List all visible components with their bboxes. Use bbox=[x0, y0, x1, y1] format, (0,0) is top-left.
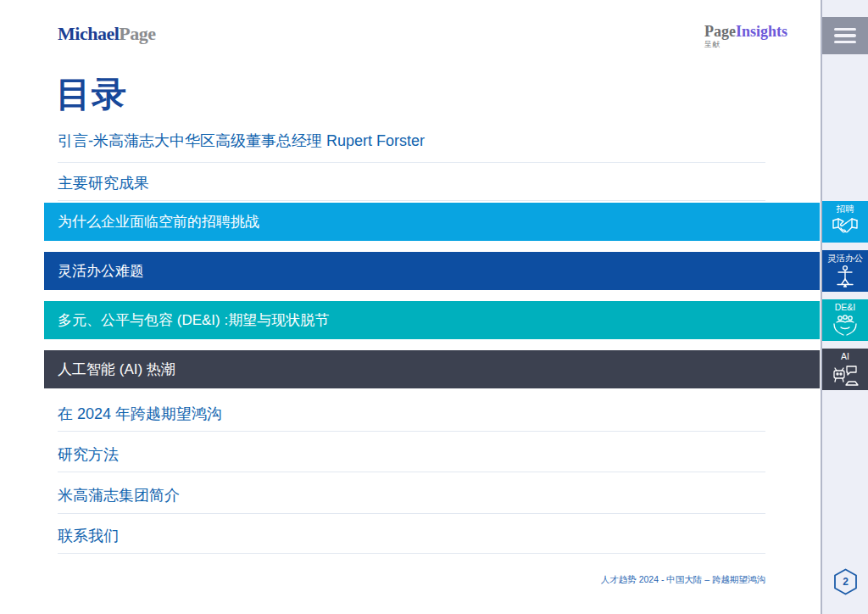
toc-item-bridge-gap-2024[interactable]: 在 2024 年跨越期望鸿沟 bbox=[58, 405, 765, 423]
tab-label: 灵活办公 bbox=[827, 253, 863, 264]
divider bbox=[58, 472, 765, 472]
page-title: 目录 bbox=[56, 71, 127, 118]
divider bbox=[58, 162, 765, 163]
sidebar-tab-recruitment[interactable]: 招聘 bbox=[822, 201, 868, 243]
insights-part-page: Page bbox=[704, 23, 736, 40]
tab-label: 招聘 bbox=[837, 204, 854, 215]
page-number: 2 bbox=[843, 576, 849, 588]
logo-part-page: Page bbox=[119, 23, 155, 44]
tab-label: DE&I bbox=[835, 302, 856, 313]
sidebar-tab-flexible-work[interactable]: 灵活办公 bbox=[822, 250, 868, 292]
people-hands-icon bbox=[832, 314, 858, 337]
toc-item-key-findings[interactable]: 主要研究成果 bbox=[58, 174, 765, 193]
sidebar-tab-dei[interactable]: DE&I bbox=[822, 299, 868, 341]
toc-section-hiring-challenges[interactable]: 为什么企业面临空前的招聘挑战 bbox=[44, 203, 820, 241]
page-insights-logo: PageInsights 呈献 bbox=[704, 24, 787, 50]
hamburger-icon bbox=[834, 41, 856, 44]
sidebar-tab-ai[interactable]: AI bbox=[822, 349, 868, 390]
balance-person-icon bbox=[834, 265, 856, 288]
toc-section-ai[interactable]: 人工智能 (AI) 热潮 bbox=[44, 350, 820, 388]
ai-robot-icon bbox=[832, 363, 859, 387]
toc-item-intro[interactable]: 引言-米高蒲志大中华区高级董事总经理 Rupert Forster bbox=[58, 131, 765, 150]
insights-part-insights: Insights bbox=[736, 23, 787, 40]
divider bbox=[58, 431, 765, 432]
handshake-icon bbox=[832, 215, 859, 237]
toc-section-flexible-work[interactable]: 灵活办公难题 bbox=[44, 252, 820, 290]
sidebar: 招聘 灵活办公 DE&I bbox=[821, 0, 868, 614]
insights-subtitle: 呈献 bbox=[704, 40, 787, 50]
divider bbox=[58, 513, 765, 514]
logo-part-michael: Michael bbox=[58, 23, 119, 44]
report-footer-title: 人才趋势 2024 - 中国大陆 – 跨越期望鸿沟 bbox=[601, 574, 765, 586]
toc-section-dei[interactable]: 多元、公平与包容 (DE&I) :期望与现状脱节 bbox=[44, 301, 820, 339]
toc-item-methodology[interactable]: 研究方法 bbox=[58, 445, 765, 464]
michael-page-logo: MichaelPage bbox=[58, 23, 155, 45]
toc-item-about-group[interactable]: 米高蒲志集团简介 bbox=[58, 486, 765, 505]
menu-button[interactable] bbox=[822, 17, 868, 54]
toc-item-contact-us[interactable]: 联系我们 bbox=[58, 527, 765, 545]
divider bbox=[58, 553, 765, 554]
hamburger-icon bbox=[834, 34, 856, 37]
page-number-badge: 2 bbox=[833, 568, 858, 595]
tab-label: AI bbox=[841, 351, 849, 362]
divider bbox=[58, 200, 765, 201]
hamburger-icon bbox=[834, 28, 856, 31]
